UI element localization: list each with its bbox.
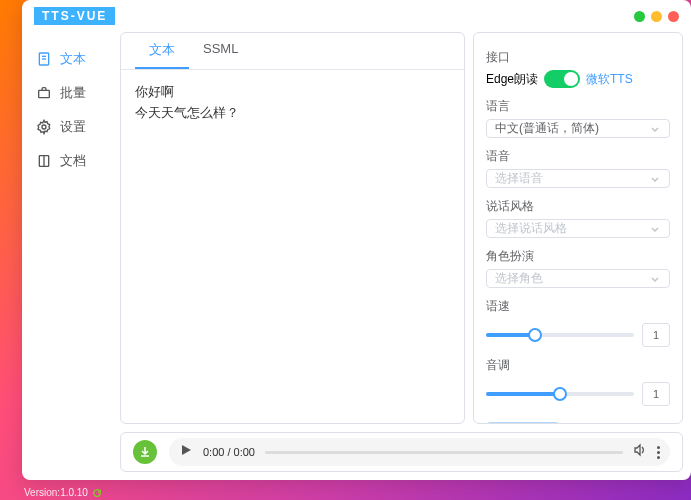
maximize-button[interactable] (651, 11, 662, 22)
edge-label: Edge朗读 (486, 71, 538, 88)
chevron-down-icon (649, 273, 661, 285)
lang-label: 语言 (486, 98, 670, 115)
svg-point-4 (42, 125, 46, 129)
pitch-slider[interactable] (486, 392, 634, 396)
sidebar-item-label: 文档 (60, 152, 86, 170)
more-button[interactable] (657, 446, 660, 459)
gear-icon (36, 119, 52, 135)
lang-select[interactable]: 中文(普通话，简体) (486, 119, 670, 138)
download-icon (139, 446, 151, 458)
editor-tabs: 文本 SSML (121, 33, 464, 70)
api-switch[interactable] (544, 70, 580, 88)
sidebar-item-batch[interactable]: 批量 (22, 76, 112, 110)
pitch-value[interactable]: 1 (642, 382, 670, 406)
chevron-down-icon (649, 173, 661, 185)
voice-select[interactable]: 选择语音 (486, 169, 670, 188)
volume-icon (633, 443, 647, 457)
speed-slider[interactable] (486, 333, 634, 337)
speed-label: 语速 (486, 298, 670, 315)
editor-line: 今天天气怎么样？ (135, 103, 450, 124)
role-placeholder: 选择角色 (495, 270, 543, 287)
chevron-down-icon (649, 223, 661, 235)
editor-line: 你好啊 (135, 82, 450, 103)
role-select[interactable]: 选择角色 (486, 269, 670, 288)
pitch-label: 音调 (486, 357, 670, 374)
play-button[interactable] (179, 443, 193, 461)
play-icon (179, 443, 193, 457)
briefcase-icon (36, 85, 52, 101)
style-select[interactable]: 选择说话风格 (486, 219, 670, 238)
sidebar-item-text[interactable]: 文本 (22, 42, 112, 76)
sidebar-item-label: 批量 (60, 84, 86, 102)
sidebar: 文本 批量 设置 文档 (22, 32, 112, 424)
book-icon (36, 153, 52, 169)
audio-player: 0:00 / 0:00 (120, 432, 683, 472)
settings-panel: 接口 Edge朗读 微软TTS 语言 中文(普通话，简体) 语音 选择语音 说话… (473, 32, 683, 424)
chevron-down-icon (649, 123, 661, 135)
svg-rect-3 (39, 90, 50, 97)
action-row: 保存配置 默认 开始转换 (486, 422, 670, 424)
sidebar-item-label: 文本 (60, 50, 86, 68)
style-placeholder: 选择说话风格 (495, 220, 567, 237)
time-display: 0:00 / 0:00 (203, 446, 255, 458)
sidebar-item-settings[interactable]: 设置 (22, 110, 112, 144)
app-window: TTS-VUE 文本 批量 设置 文档 (22, 0, 691, 480)
progress-bar[interactable] (265, 451, 623, 454)
ms-tts-label: 微软TTS (586, 71, 633, 88)
speed-value[interactable]: 1 (642, 323, 670, 347)
volume-button[interactable] (633, 443, 647, 461)
tab-ssml[interactable]: SSML (189, 33, 252, 69)
text-editor[interactable]: 你好啊 今天天气怎么样？ (121, 70, 464, 423)
role-label: 角色扮演 (486, 248, 670, 265)
save-box: 保存配置 默认 (486, 422, 560, 424)
minimize-button[interactable] (634, 11, 645, 22)
voice-label: 语音 (486, 148, 670, 165)
sidebar-item-label: 设置 (60, 118, 86, 136)
api-row: Edge朗读 微软TTS (486, 70, 670, 88)
document-icon (36, 51, 52, 67)
titlebar: TTS-VUE (22, 0, 691, 32)
play-controls: 0:00 / 0:00 (169, 438, 670, 466)
sidebar-item-docs[interactable]: 文档 (22, 144, 112, 178)
download-button[interactable] (133, 440, 157, 464)
svg-marker-7 (182, 445, 191, 455)
center-panel: 文本 SSML 你好啊 今天天气怎么样？ (120, 32, 465, 424)
api-label: 接口 (486, 49, 670, 66)
window-controls (634, 11, 679, 22)
voice-placeholder: 选择语音 (495, 170, 543, 187)
speed-row: 1 (486, 323, 670, 347)
app-title: TTS-VUE (34, 7, 115, 25)
lang-value: 中文(普通话，简体) (495, 120, 599, 137)
refresh-icon[interactable] (92, 488, 102, 498)
tab-text[interactable]: 文本 (135, 33, 189, 69)
style-label: 说话风格 (486, 198, 670, 215)
version-label: Version:1.0.10 (24, 487, 102, 498)
main-area: 文本 批量 设置 文档 文本 SSML 你好啊 今天天气怎么样？ (22, 32, 691, 432)
pitch-row: 1 (486, 382, 670, 406)
close-button[interactable] (668, 11, 679, 22)
